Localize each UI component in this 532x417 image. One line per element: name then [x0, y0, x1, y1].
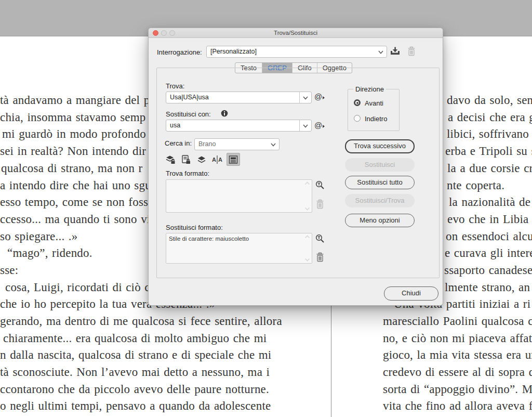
document-text-line: erba e Tripoli su s	[445, 144, 532, 158]
document-text-line: ccontarono che da piccolo avevo delle pa…	[0, 382, 269, 396]
replace-value: usa	[170, 122, 180, 129]
find-label: Trova:	[166, 82, 184, 90]
document-text-line: chiaramente... era qualcosa di molto amb…	[3, 331, 267, 345]
find-special-characters-button[interactable]: @	[314, 92, 325, 101]
document-text-line: vita che fino ad allora aveva f	[383, 399, 532, 413]
search-in-label: Cerca in:	[165, 139, 192, 147]
direction-forward-radio[interactable]	[354, 99, 361, 106]
document-text-line: lmente strano, an	[445, 280, 530, 294]
include-hidden-layers-icon[interactable]	[195, 153, 208, 166]
replace-input[interactable]: usa	[166, 120, 312, 132]
document-text-line: maresciallo Paolini qualcosa c	[383, 314, 532, 328]
include-master-pages-icon[interactable]: A A	[210, 153, 224, 166]
document-text-line: a decisi che era g	[448, 110, 532, 124]
query-label: Interrogazione:	[157, 48, 202, 56]
replace-special-characters-button[interactable]: @	[314, 121, 325, 129]
document-text-line: davo da solo, sen	[447, 93, 532, 107]
document-text-line: so spiegare... .»	[0, 229, 77, 243]
document-text-line: o negli ultimi tempi, pensavo a quando d…	[0, 399, 271, 413]
specify-change-format-icon[interactable]	[315, 234, 325, 244]
include-footnotes-icon[interactable]	[227, 153, 240, 166]
find-format-label: Trova formato:	[166, 170, 209, 177]
clear-change-format-icon[interactable]	[316, 252, 324, 262]
include-locked-layers-icon[interactable]	[164, 153, 177, 166]
document-text-line: sorta di “appoggio divino”. M	[383, 382, 532, 396]
chevron-down-icon	[303, 96, 308, 100]
query-dropdown[interactable]: [Personalizzato]	[206, 46, 387, 58]
query-value: [Personalizzato]	[210, 48, 257, 55]
document-text-line: sse:	[0, 263, 18, 277]
document-text-line: libici, soffrivano	[447, 127, 529, 141]
document-text-line: gioco, la mia vita stessa era un	[383, 348, 532, 362]
change-button: Sostituisci	[345, 158, 415, 172]
search-in-value: Brano	[198, 140, 216, 148]
replace-label: Sostituisci con:	[166, 110, 211, 118]
document-text-line: tà sconosciute. Non l’avevo mai detto a …	[0, 365, 270, 379]
document-text-line: cosa, Luigi, ricordati di ciò c	[5, 280, 150, 294]
document-text-line: n dalla nascita, qualcosa di strano e di…	[0, 348, 271, 362]
document-text-line: chia, insomma stavamo semp	[0, 110, 146, 124]
document-text-line: ssaporto canadese	[444, 263, 532, 277]
direction-group: Direzione	[348, 89, 400, 131]
save-query-icon[interactable]	[390, 47, 401, 56]
find-input[interactable]: Usa|USA|usa	[166, 92, 312, 103]
document-text-line: la nazionalità de	[449, 195, 530, 209]
find-history-dropdown[interactable]	[299, 92, 311, 103]
direction-label: Direzione	[353, 85, 386, 93]
specify-find-format-icon[interactable]	[315, 180, 325, 190]
change-find-button: Sostituisci/Trova	[345, 194, 415, 207]
direction-backward-radio[interactable]	[354, 115, 361, 122]
document-text-line: ccesso... ma quando ti sono vi	[0, 212, 150, 226]
change-format-value: Stile di carattere: maiuscoletto	[169, 236, 249, 242]
clear-find-format-icon	[316, 199, 324, 209]
delete-query-icon	[407, 46, 416, 56]
info-icon	[221, 110, 228, 117]
document-text-line: gerando, ma dentro di me qualcosa si fec…	[0, 314, 282, 328]
find-format-box	[166, 179, 312, 213]
scroll-up-icon	[304, 181, 310, 185]
chevron-down-icon	[271, 143, 276, 147]
document-text-line: evo che in Libia	[447, 212, 529, 226]
chevron-down-icon	[303, 124, 308, 128]
document-text-line: credevo di essere al di sopra di	[383, 365, 532, 379]
document-text-line: on essendoci alcu	[446, 229, 532, 243]
find-next-button[interactable]: Trova successivo	[345, 139, 415, 153]
document-text-line: la a due corsie cr	[447, 161, 532, 175]
document-text-line: tà andavamo a mangiare del p	[0, 93, 150, 107]
replace-history-dropdown[interactable]	[299, 120, 311, 131]
close-dialog-button[interactable]: Chiudi	[384, 286, 438, 301]
screenshot-root: tà andavamo a mangiare del pchia, insomm…	[0, 0, 532, 417]
document-text-line: nte coperta.	[447, 178, 504, 192]
document-text-line: esso tempo, come se non foss	[0, 195, 148, 209]
document-text-line: e curava gli intere	[445, 246, 532, 260]
document-text-line: qualcosa di strano, ma non r	[1, 161, 142, 175]
chevron-down-icon	[378, 50, 383, 54]
svg-text:A: A	[218, 157, 222, 163]
search-in-dropdown[interactable]: Brano	[194, 138, 280, 150]
scroll-down-icon	[304, 207, 310, 211]
change-format-label: Sostituisci formato:	[166, 224, 223, 231]
change-all-button[interactable]: Sostituisci tutto	[345, 176, 415, 189]
document-text-line: no, e ciò non mi piaceva affat	[383, 331, 532, 345]
document-text-line: “mago”, ridendo.	[7, 246, 92, 260]
document-text-line: mi guardò in modo profondo	[2, 127, 146, 141]
document-text-line: sei in realtà? Non intendo dir	[0, 144, 146, 158]
direction-backward-label: Indietro	[365, 115, 387, 123]
direction-forward-label: Avanti	[365, 99, 383, 107]
find-replace-dialog: Trova/Sostituisci Interrogazione: [Perso…	[148, 28, 443, 306]
fewer-options-button[interactable]: Meno opzioni	[345, 214, 415, 227]
document-text-line: a intendo dire che hai uno sgu	[0, 178, 151, 192]
svg-text:A: A	[212, 157, 216, 163]
find-value: Usa|USA|usa	[170, 94, 297, 101]
scroll-down-icon	[304, 258, 310, 262]
scroll-up-icon	[304, 235, 310, 239]
dialog-title-bar[interactable]: Trova/Sostituisci	[149, 28, 443, 38]
dialog-title: Trova/Sostituisci	[149, 30, 443, 36]
change-format-box: Stile di carattere: maiuscoletto	[166, 233, 312, 264]
include-locked-stories-icon[interactable]	[179, 153, 193, 166]
